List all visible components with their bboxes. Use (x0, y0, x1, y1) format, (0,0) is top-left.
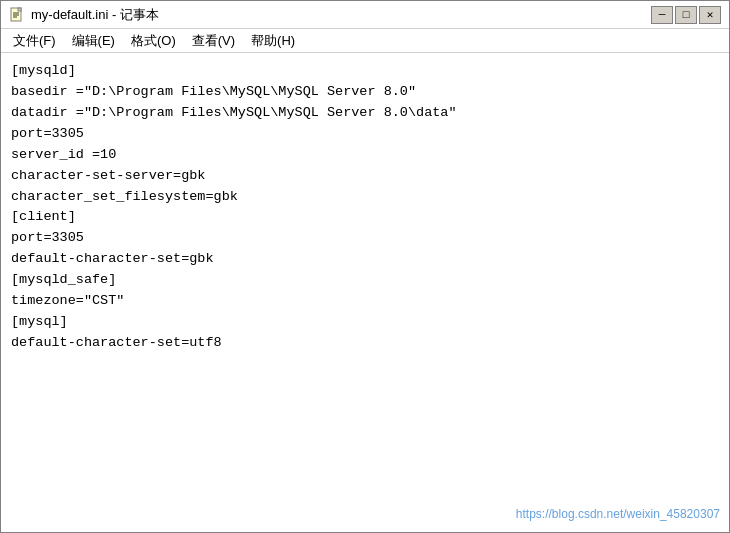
minimize-button[interactable]: ─ (651, 6, 673, 24)
notepad-window: my-default.ini - 记事本 ─ □ ✕ 文件(F) 编辑(E) 格… (0, 0, 730, 533)
menu-file[interactable]: 文件(F) (5, 31, 64, 51)
watermark: https://blog.csdn.net/weixin_45820307 (516, 507, 720, 521)
menu-view[interactable]: 查看(V) (184, 31, 243, 51)
menu-bar: 文件(F) 编辑(E) 格式(O) 查看(V) 帮助(H) (1, 29, 729, 53)
svg-rect-1 (18, 8, 21, 11)
menu-help[interactable]: 帮助(H) (243, 31, 303, 51)
window-controls: ─ □ ✕ (651, 6, 721, 24)
menu-format[interactable]: 格式(O) (123, 31, 184, 51)
file-content: [mysqld] basedir ="D:\Program Files\MySQ… (11, 61, 719, 354)
close-button[interactable]: ✕ (699, 6, 721, 24)
text-editor[interactable]: [mysqld] basedir ="D:\Program Files\MySQ… (1, 53, 729, 532)
title-bar: my-default.ini - 记事本 ─ □ ✕ (1, 1, 729, 29)
app-icon (9, 7, 25, 23)
menu-edit[interactable]: 编辑(E) (64, 31, 123, 51)
maximize-button[interactable]: □ (675, 6, 697, 24)
window-title: my-default.ini - 记事本 (31, 6, 645, 24)
